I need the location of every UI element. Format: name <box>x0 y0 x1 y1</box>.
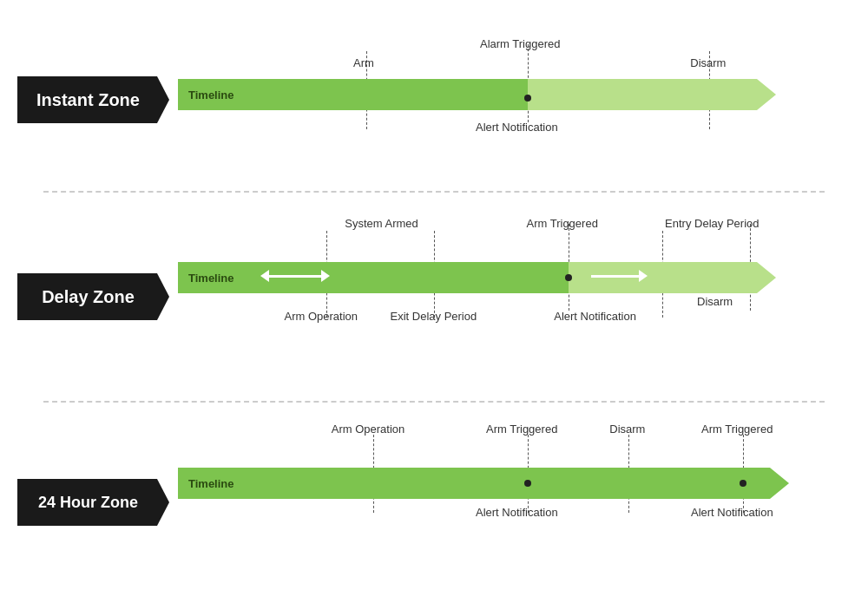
instant-timeline-area: Alarm Triggered Arm Disarm Timeline <box>178 30 851 169</box>
double-arrow-right <box>321 270 330 282</box>
alarm-triggered-label: Alarm Triggered <box>480 37 560 50</box>
alert-notification-label-24h-1: Alert Notification <box>476 506 558 519</box>
instant-timeline-bar-light <box>528 79 757 110</box>
diagram-container: Instant Zone Alarm Triggered Arm Disarm … <box>0 0 868 616</box>
arm-triggered-label-24h-2: Arm Triggered <box>701 423 773 436</box>
24hour-zone-label: 24 Hour Zone <box>17 479 169 526</box>
instant-zone-content: Instant Zone Alarm Triggered Arm Disarm … <box>0 9 868 191</box>
entry-delay-arrow-line <box>591 275 639 278</box>
delay-arrow-end <box>757 262 776 293</box>
delay-timeline-bar-dark: Timeline <box>178 262 569 293</box>
delay-zone-label: Delay Zone <box>17 273 169 320</box>
instant-timeline-bar: Timeline <box>178 79 528 110</box>
exit-delay-label: Exit Delay Period <box>391 310 477 323</box>
24hour-arrow-end <box>770 468 789 499</box>
arm-triggered-label-delay: Arm Triggered <box>527 217 598 230</box>
alert-notification-label-instant: Alert Notification <box>476 121 558 134</box>
arm-operation-label-delay: Arm Operation <box>285 310 358 323</box>
alert-notification-label-24h-2: Alert Notification <box>691 506 773 519</box>
delay-dot <box>565 274 572 281</box>
disarm-label: Disarm <box>690 56 726 69</box>
system-armed-label: System Armed <box>345 217 418 230</box>
24hour-timeline-area: Arm Operation Arm Triggered Disarm Arm T… <box>178 416 851 589</box>
entry-delay-label: Entry Delay Period <box>655 217 760 230</box>
delay-zone-content: Delay Zone System Armed Arm Triggered En… <box>0 193 868 401</box>
alert-notification-label-delay: Alert Notification <box>554 310 636 323</box>
arm-operation-label-24h: Arm Operation <box>332 423 405 436</box>
disarm-label-24h: Disarm <box>609 423 645 436</box>
24hour-zone-content: 24 Hour Zone Arm Operation Arm Triggered… <box>0 403 868 602</box>
arm-triggered-label-24h-1: Arm Triggered <box>486 423 557 436</box>
24h-dot-2 <box>740 480 746 487</box>
instant-zone-label: Instant Zone <box>17 76 169 123</box>
entry-delay-arrow-head <box>639 270 648 282</box>
disarm-label-delay: Disarm <box>697 295 733 308</box>
24hour-timeline-bar: Timeline <box>178 468 770 499</box>
24hour-zone-row: 24 Hour Zone Arm Operation Arm Triggered… <box>0 403 868 602</box>
24h-dot-1 <box>524 480 531 487</box>
double-arrow-left <box>260 270 269 282</box>
delay-timeline-bar-light <box>569 262 757 293</box>
delay-zone-row: Delay Zone System Armed Arm Triggered En… <box>0 193 868 401</box>
instant-dot <box>524 95 531 102</box>
instant-arrow-end <box>757 79 776 110</box>
delay-timeline-area: System Armed Arm Triggered Entry Delay P… <box>178 210 851 383</box>
instant-zone-row: Instant Zone Alarm Triggered Arm Disarm … <box>0 9 868 191</box>
arm-label: Arm <box>353 56 374 69</box>
exit-delay-arrow-line <box>269 275 321 278</box>
